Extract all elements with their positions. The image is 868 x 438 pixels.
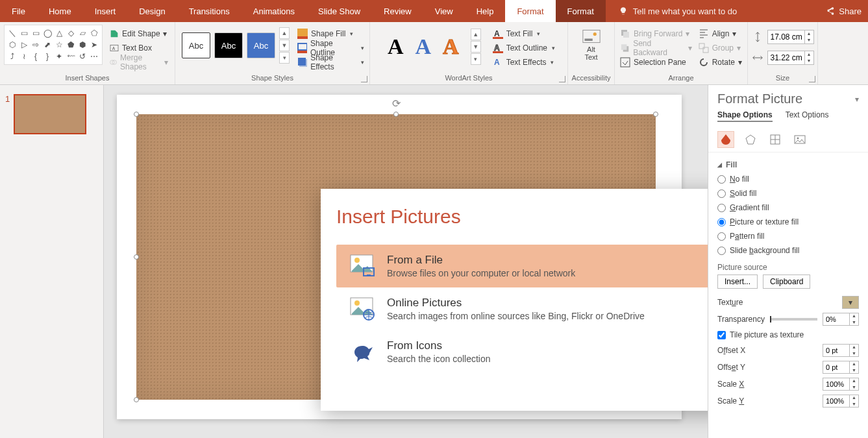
style-swatch[interactable]: Abc: [182, 32, 210, 58]
tab-animations[interactable]: Animations: [242, 0, 306, 22]
width-input[interactable]: ▲▼: [767, 51, 814, 65]
picture-icon[interactable]: [791, 131, 808, 148]
option-online-pictures[interactable]: Online PicturesSearch images from online…: [336, 287, 708, 330]
wordart-swatch[interactable]: A: [415, 34, 432, 59]
transparency-input[interactable]: ▲▼: [823, 313, 859, 326]
offset-y-input[interactable]: ▲▼: [823, 361, 859, 374]
svg-text:A: A: [112, 46, 116, 51]
shape-fill-button[interactable]: Shape Fill▾: [296, 27, 366, 40]
option-title: From Icons: [387, 339, 491, 352]
gallery-nav[interactable]: ▲▼▾: [279, 27, 290, 64]
tell-me-label: Tell me what you want to do: [633, 6, 737, 16]
height-input[interactable]: ▲▼: [767, 30, 814, 44]
tab-file[interactable]: File: [0, 0, 37, 22]
offset-y-label: Offset Y: [717, 363, 745, 372]
svg-rect-28: [367, 274, 371, 276]
wordart-swatch[interactable]: A: [388, 34, 404, 59]
merge-shapes-button: Merge Shapes▾: [106, 56, 171, 69]
size-properties-icon[interactable]: [767, 131, 784, 148]
text-outline-button[interactable]: AText Outline▾: [491, 42, 556, 55]
text-box-button[interactable]: AText Box: [106, 42, 171, 55]
clipboard-button[interactable]: Clipboard: [763, 274, 810, 289]
tab-format-picture[interactable]: Format: [556, 0, 606, 22]
option-desc: Browse files on your computer or local n…: [387, 268, 575, 278]
dialog-launcher-icon[interactable]: [559, 76, 565, 82]
share-button[interactable]: Share: [819, 6, 868, 16]
pane-menu-icon[interactable]: ▾: [855, 95, 859, 104]
dialog-launcher-icon[interactable]: [361, 76, 367, 82]
texture-picker[interactable]: ▾: [842, 296, 859, 309]
radio-no-fill[interactable]: [717, 175, 726, 184]
insert-picture-button[interactable]: Insert...: [717, 274, 758, 289]
tile-checkbox[interactable]: [717, 331, 726, 339]
shape-effects-button[interactable]: Shape Effects▾: [296, 56, 366, 69]
rotate-button[interactable]: Rotate▾: [697, 56, 743, 69]
offset-x-input[interactable]: ▲▼: [823, 344, 859, 357]
transparency-label: Transparency: [717, 315, 765, 324]
radio-slide-bg-fill[interactable]: [717, 247, 726, 255]
svg-rect-23: [699, 43, 704, 49]
option-from-file[interactable]: From a FileBrowse files on your computer…: [336, 245, 708, 287]
effects-icon[interactable]: [742, 131, 759, 148]
svg-rect-11: [493, 37, 503, 39]
tab-design[interactable]: Design: [127, 0, 177, 22]
svg-rect-5: [297, 36, 308, 39]
tab-help[interactable]: Help: [465, 0, 506, 22]
alt-text-button[interactable]: AltText: [576, 25, 607, 65]
rotation-handle-icon[interactable]: ⟳: [392, 97, 401, 110]
svg-text:A: A: [494, 58, 500, 67]
pane-tab-shape-options[interactable]: Shape Options: [717, 110, 773, 122]
radio-picture-fill[interactable]: [717, 218, 726, 226]
section-fill[interactable]: Fill: [717, 158, 859, 172]
wordart-swatch[interactable]: A: [443, 34, 459, 59]
shape-outline-button[interactable]: Shape Outline▾: [296, 42, 366, 55]
pane-title: Format Picture: [717, 91, 802, 106]
tab-format-drawing[interactable]: Format: [505, 0, 555, 22]
align-button[interactable]: Align▾: [697, 27, 743, 40]
tell-me[interactable]: Tell me what you want to do: [619, 6, 737, 16]
radio-gradient-fill[interactable]: [717, 204, 726, 212]
tab-home[interactable]: Home: [37, 0, 83, 22]
picture-file-icon: [349, 254, 375, 278]
tab-review[interactable]: Review: [372, 0, 423, 22]
radio-pattern-fill[interactable]: [717, 232, 726, 241]
ribbon-tabs: File Home Insert Design Transitions Anim…: [0, 0, 868, 22]
tab-view[interactable]: View: [423, 0, 465, 22]
text-fill-button[interactable]: AText Fill▾: [491, 27, 556, 40]
dialog-launcher-icon[interactable]: [809, 76, 815, 82]
style-swatch[interactable]: Abc: [247, 32, 275, 58]
scale-x-input[interactable]: ▲▼: [823, 378, 859, 391]
wordart-gallery[interactable]: A A A ▲▼▾: [381, 25, 488, 69]
fill-line-icon[interactable]: [717, 131, 734, 148]
ribbon: ＼▭▭◯△◇▱⬠ ⬡▷⇨⬈☆⬟⬢➤ ⤴≀{}✦⬳↺⋯ Edit Shape▾ A…: [0, 22, 868, 85]
bring-forward-button: Bring Forward▾: [619, 27, 693, 40]
option-desc: Search images from online sources like B…: [387, 311, 645, 321]
edit-shape-button[interactable]: Edit Shape▾: [106, 27, 171, 40]
group-arrange: Bring Forward▾ Send Backward▾ Selection …: [615, 22, 748, 84]
selection-pane-button[interactable]: Selection Pane: [619, 56, 693, 69]
lightbulb-icon: [619, 6, 628, 16]
option-from-icons[interactable]: From IconsSearch the icon collection: [336, 330, 708, 373]
icons-icon: [349, 339, 375, 364]
svg-rect-22: [621, 58, 630, 67]
group-insert-shapes: ＼▭▭◯△◇▱⬠ ⬡▷⇨⬈☆⬟⬢➤ ⤴≀{}✦⬳↺⋯ Edit Shape▾ A…: [0, 22, 175, 84]
scale-x-label: Scale X: [717, 380, 744, 389]
shape-style-gallery[interactable]: Abc Abc Abc ▲▼▾: [179, 25, 292, 66]
thumbnail-pane[interactable]: 1: [0, 85, 104, 438]
slide-canvas[interactable]: ⟳ ✕ Insert Pictures From a FileBrowse fi…: [104, 85, 708, 438]
gallery-nav[interactable]: ▲▼▾: [471, 29, 481, 65]
tab-transitions[interactable]: Transitions: [177, 0, 242, 22]
pane-tab-text-options[interactable]: Text Options: [786, 110, 829, 122]
tab-insert[interactable]: Insert: [83, 0, 128, 22]
group-wordart: A A A ▲▼▾ AText Fill▾ AText Outline▾ ATe…: [370, 22, 568, 84]
radio-solid-fill[interactable]: [717, 189, 726, 198]
text-effects-button[interactable]: AText Effects▾: [491, 56, 556, 69]
transparency-slider[interactable]: [770, 318, 817, 321]
tab-slideshow[interactable]: Slide Show: [306, 0, 372, 22]
slide-thumbnail[interactable]: [14, 94, 86, 134]
shapes-gallery[interactable]: ＼▭▭◯△◇▱⬠ ⬡▷⇨⬈☆⬟⬢➤ ⤴≀{}✦⬳↺⋯: [4, 25, 103, 65]
svg-point-35: [797, 138, 799, 140]
label-solid-fill: Solid fill: [730, 189, 756, 198]
style-swatch[interactable]: Abc: [214, 32, 243, 58]
scale-y-input[interactable]: ▲▼: [823, 395, 859, 408]
